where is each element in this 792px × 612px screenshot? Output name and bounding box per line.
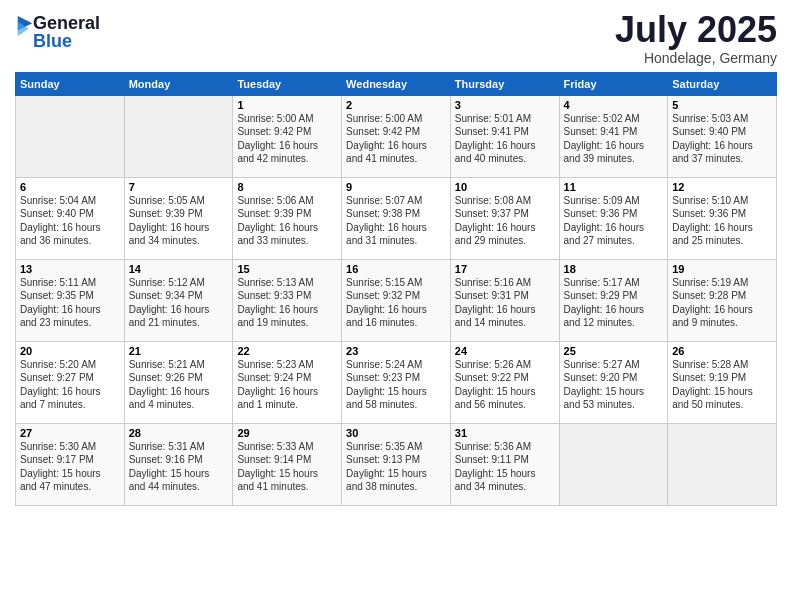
day-info: Sunrise: 5:02 AM Sunset: 9:41 PM Dayligh… [564,112,664,166]
day-number: 9 [346,181,446,193]
header-day: Monday [124,72,233,95]
day-info: Sunrise: 5:30 AM Sunset: 9:17 PM Dayligh… [20,440,120,494]
calendar-cell: 22Sunrise: 5:23 AM Sunset: 9:24 PM Dayli… [233,341,342,423]
day-number: 24 [455,345,555,357]
calendar-cell: 12Sunrise: 5:10 AM Sunset: 9:36 PM Dayli… [668,177,777,259]
calendar-cell: 13Sunrise: 5:11 AM Sunset: 9:35 PM Dayli… [16,259,125,341]
calendar-cell [124,95,233,177]
day-number: 17 [455,263,555,275]
header-day: Saturday [668,72,777,95]
calendar-cell [559,423,668,505]
day-info: Sunrise: 5:01 AM Sunset: 9:41 PM Dayligh… [455,112,555,166]
day-number: 15 [237,263,337,275]
calendar-cell: 14Sunrise: 5:12 AM Sunset: 9:34 PM Dayli… [124,259,233,341]
day-info: Sunrise: 5:19 AM Sunset: 9:28 PM Dayligh… [672,276,772,330]
calendar-cell: 26Sunrise: 5:28 AM Sunset: 9:19 PM Dayli… [668,341,777,423]
day-number: 13 [20,263,120,275]
calendar-cell: 8Sunrise: 5:06 AM Sunset: 9:39 PM Daylig… [233,177,342,259]
calendar-cell: 7Sunrise: 5:05 AM Sunset: 9:39 PM Daylig… [124,177,233,259]
header-row: SundayMondayTuesdayWednesdayThursdayFrid… [16,72,777,95]
calendar-cell: 25Sunrise: 5:27 AM Sunset: 9:20 PM Dayli… [559,341,668,423]
calendar-cell: 23Sunrise: 5:24 AM Sunset: 9:23 PM Dayli… [342,341,451,423]
header-day: Thursday [450,72,559,95]
day-number: 6 [20,181,120,193]
calendar-cell: 28Sunrise: 5:31 AM Sunset: 9:16 PM Dayli… [124,423,233,505]
day-info: Sunrise: 5:20 AM Sunset: 9:27 PM Dayligh… [20,358,120,412]
day-number: 5 [672,99,772,111]
day-number: 2 [346,99,446,111]
calendar-cell: 4Sunrise: 5:02 AM Sunset: 9:41 PM Daylig… [559,95,668,177]
calendar-cell: 3Sunrise: 5:01 AM Sunset: 9:41 PM Daylig… [450,95,559,177]
calendar-cell [16,95,125,177]
day-number: 18 [564,263,664,275]
day-info: Sunrise: 5:33 AM Sunset: 9:14 PM Dayligh… [237,440,337,494]
day-number: 12 [672,181,772,193]
day-number: 16 [346,263,446,275]
day-number: 31 [455,427,555,439]
calendar-cell: 1Sunrise: 5:00 AM Sunset: 9:42 PM Daylig… [233,95,342,177]
day-number: 20 [20,345,120,357]
page: General Blue July 2025 Hondelage, German… [0,0,792,612]
day-info: Sunrise: 5:23 AM Sunset: 9:24 PM Dayligh… [237,358,337,412]
day-info: Sunrise: 5:07 AM Sunset: 9:38 PM Dayligh… [346,194,446,248]
day-info: Sunrise: 5:04 AM Sunset: 9:40 PM Dayligh… [20,194,120,248]
calendar-body: 1Sunrise: 5:00 AM Sunset: 9:42 PM Daylig… [16,95,777,505]
day-info: Sunrise: 5:10 AM Sunset: 9:36 PM Dayligh… [672,194,772,248]
logo: General Blue [15,14,100,50]
day-number: 10 [455,181,555,193]
calendar-week-row: 6Sunrise: 5:04 AM Sunset: 9:40 PM Daylig… [16,177,777,259]
day-number: 1 [237,99,337,111]
day-info: Sunrise: 5:00 AM Sunset: 9:42 PM Dayligh… [237,112,337,166]
day-info: Sunrise: 5:13 AM Sunset: 9:33 PM Dayligh… [237,276,337,330]
day-info: Sunrise: 5:08 AM Sunset: 9:37 PM Dayligh… [455,194,555,248]
header-day: Tuesday [233,72,342,95]
day-info: Sunrise: 5:24 AM Sunset: 9:23 PM Dayligh… [346,358,446,412]
day-number: 8 [237,181,337,193]
day-number: 25 [564,345,664,357]
calendar-week-row: 20Sunrise: 5:20 AM Sunset: 9:27 PM Dayli… [16,341,777,423]
day-info: Sunrise: 5:36 AM Sunset: 9:11 PM Dayligh… [455,440,555,494]
day-info: Sunrise: 5:09 AM Sunset: 9:36 PM Dayligh… [564,194,664,248]
calendar-cell: 27Sunrise: 5:30 AM Sunset: 9:17 PM Dayli… [16,423,125,505]
calendar: SundayMondayTuesdayWednesdayThursdayFrid… [15,72,777,506]
calendar-week-row: 13Sunrise: 5:11 AM Sunset: 9:35 PM Dayli… [16,259,777,341]
header-day: Wednesday [342,72,451,95]
day-number: 30 [346,427,446,439]
day-info: Sunrise: 5:26 AM Sunset: 9:22 PM Dayligh… [455,358,555,412]
day-number: 22 [237,345,337,357]
calendar-cell: 30Sunrise: 5:35 AM Sunset: 9:13 PM Dayli… [342,423,451,505]
calendar-cell [668,423,777,505]
day-info: Sunrise: 5:06 AM Sunset: 9:39 PM Dayligh… [237,194,337,248]
day-info: Sunrise: 5:35 AM Sunset: 9:13 PM Dayligh… [346,440,446,494]
calendar-week-row: 27Sunrise: 5:30 AM Sunset: 9:17 PM Dayli… [16,423,777,505]
day-info: Sunrise: 5:16 AM Sunset: 9:31 PM Dayligh… [455,276,555,330]
day-info: Sunrise: 5:11 AM Sunset: 9:35 PM Dayligh… [20,276,120,330]
logo-icon [17,16,33,36]
calendar-cell: 29Sunrise: 5:33 AM Sunset: 9:14 PM Dayli… [233,423,342,505]
calendar-cell: 2Sunrise: 5:00 AM Sunset: 9:42 PM Daylig… [342,95,451,177]
logo-general: General [33,14,100,32]
day-info: Sunrise: 5:00 AM Sunset: 9:42 PM Dayligh… [346,112,446,166]
calendar-cell: 18Sunrise: 5:17 AM Sunset: 9:29 PM Dayli… [559,259,668,341]
day-number: 11 [564,181,664,193]
day-number: 27 [20,427,120,439]
day-info: Sunrise: 5:27 AM Sunset: 9:20 PM Dayligh… [564,358,664,412]
month-title: July 2025 [615,10,777,50]
calendar-cell: 20Sunrise: 5:20 AM Sunset: 9:27 PM Dayli… [16,341,125,423]
header-day: Friday [559,72,668,95]
calendar-cell: 16Sunrise: 5:15 AM Sunset: 9:32 PM Dayli… [342,259,451,341]
day-info: Sunrise: 5:15 AM Sunset: 9:32 PM Dayligh… [346,276,446,330]
day-info: Sunrise: 5:31 AM Sunset: 9:16 PM Dayligh… [129,440,229,494]
calendar-cell: 31Sunrise: 5:36 AM Sunset: 9:11 PM Dayli… [450,423,559,505]
calendar-cell: 15Sunrise: 5:13 AM Sunset: 9:33 PM Dayli… [233,259,342,341]
day-number: 7 [129,181,229,193]
header-day: Sunday [16,72,125,95]
day-number: 29 [237,427,337,439]
day-number: 14 [129,263,229,275]
title-section: July 2025 Hondelage, Germany [615,10,777,66]
logo-blue: Blue [33,32,100,50]
day-info: Sunrise: 5:21 AM Sunset: 9:26 PM Dayligh… [129,358,229,412]
day-info: Sunrise: 5:05 AM Sunset: 9:39 PM Dayligh… [129,194,229,248]
day-info: Sunrise: 5:12 AM Sunset: 9:34 PM Dayligh… [129,276,229,330]
day-number: 19 [672,263,772,275]
